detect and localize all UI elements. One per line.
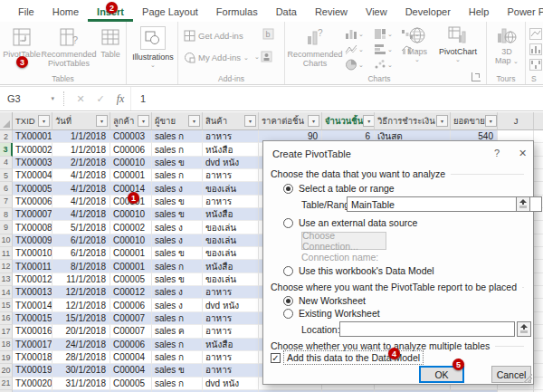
cell-product[interactable]: หนังสือ [203,260,259,272]
radio-new-worksheet[interactable]: New Worksheet [283,295,366,306]
cell-txid[interactable]: TX00008 [13,221,52,234]
treemap-chart-button[interactable]: ⌄ [374,28,393,40]
illustrations-button[interactable]: Illustrations ⌄ [134,26,172,69]
filter-dropdown-icon[interactable]: ▾ [188,115,200,127]
column-header-txid[interactable]: TXID▾ [13,112,52,130]
formula-input[interactable]: 1 [130,87,543,110]
cell-date[interactable]: 20/1/2018 [52,325,110,338]
bing-maps-addin-button[interactable]: b [262,28,274,40]
cell-date[interactable]: 2/1/2018 [52,157,110,169]
filter-dropdown-icon[interactable]: ▾ [436,115,448,127]
tab-view[interactable]: View [357,2,396,22]
cell-txid[interactable]: TX00001 [13,130,52,143]
scatter-chart-button[interactable]: ⌄ [374,59,393,71]
cell-txid[interactable]: TX00020 [13,378,52,390]
row-number[interactable]: 10 [0,234,13,247]
cell-txid[interactable]: TX00005 [13,182,52,195]
cell-customer[interactable]: C00006 [110,339,152,351]
cell-customer[interactable]: C00012 [110,286,152,299]
select-all-corner[interactable] [0,112,13,130]
row-number[interactable]: 18 [0,339,13,351]
recommended-charts-button[interactable]: ? Recommended Charts [288,27,342,69]
cell-product[interactable]: dvd หนัง [203,157,259,169]
cell-seller[interactable]: sales ง [152,299,203,311]
row-number[interactable]: 11 [0,247,13,260]
cell-product[interactable]: ของเล่น [203,221,259,234]
row-number[interactable]: 19 [0,351,13,364]
cell-customer[interactable]: C00004 [110,364,152,377]
column-chart-button[interactable]: ⌄ [345,28,364,40]
cell-date[interactable]: 4/1/2018 [52,182,110,195]
close-icon[interactable]: ✕ [519,148,527,159]
filter-dropdown-icon[interactable]: ▾ [96,115,108,127]
column-header-total[interactable]: ยอดขาย▾ [451,112,498,130]
cell-txid[interactable]: TX00014 [13,299,52,311]
cell-product[interactable]: ของเล่น [203,247,259,260]
column-header-payment[interactable]: วิธีการชำระเงิน▾ [375,112,451,130]
cell-date[interactable]: 6/1/2018 [52,234,110,247]
row-number[interactable]: 7 [0,196,13,208]
cell-product[interactable]: อาหาร [203,325,259,338]
cell-customer[interactable]: C00007 [110,325,152,338]
cell-date[interactable]: 24/1/2018 [52,339,110,351]
help-icon[interactable]: ? [494,148,500,158]
tab-developer[interactable]: Developer [396,2,460,22]
cell-product[interactable]: หนังสือ [203,208,259,221]
cell-date[interactable]: 4/1/2018 [52,196,110,208]
table-range-input[interactable]: MainTable [347,196,542,212]
cell-txid[interactable]: TX00009 [13,234,52,247]
row-number[interactable]: 16 [0,312,13,325]
cell-product[interactable]: ของเล่น [203,234,259,247]
cell-product[interactable]: อาหาร [203,364,259,377]
cell-date[interactable]: 31/1/2018 [52,378,110,390]
cell-txid[interactable]: TX00010 [13,247,52,260]
cancel-entry-icon[interactable]: ✕ [71,93,90,105]
cell-product[interactable]: หนังสือ [203,143,259,156]
cell-product[interactable]: หนังสือ [203,339,259,351]
range-selector-button[interactable] [517,321,531,337]
cell-customer[interactable]: C00005 [110,378,152,390]
cell-date[interactable]: 12/1/2018 [52,286,110,299]
pivotchart-button[interactable]: PivotChart ⌄ [433,26,483,63]
cell-customer[interactable]: C00003 [110,130,152,143]
filter-dropdown-icon[interactable]: ▾ [138,115,149,127]
location-input[interactable] [339,321,515,337]
cell-seller[interactable]: sales ก [152,143,203,156]
cell-date[interactable]: 12/1/2018 [52,299,110,311]
cell-customer[interactable]: C00010 [110,208,152,221]
cell-product[interactable]: อาหาร [203,196,259,208]
cell-date[interactable]: 11/1/2018 [52,273,110,286]
cell-txid[interactable]: TX00019 [13,364,52,377]
row-number[interactable]: 17 [0,325,13,338]
cell-customer[interactable]: C00002 [110,221,152,234]
tab-page-layout[interactable]: Page Layout [133,2,207,22]
insert-function-icon[interactable]: fx [110,92,130,106]
row-number[interactable]: 6 [0,182,13,195]
cell-product[interactable]: dvd หนัง [203,378,259,390]
cell-customer[interactable]: C00010 [110,157,152,169]
cell-product[interactable]: dvd หนัง [203,299,259,311]
radio-existing-worksheet[interactable]: Existing Worksheet [283,308,380,319]
cell-customer[interactable]: C00001 [110,247,152,260]
row-number[interactable]: 13 [0,273,13,286]
row-number[interactable]: 4 [0,157,13,169]
add-data-model-checkbox[interactable]: ✓ [271,353,281,363]
radio-select-table-or-range[interactable]: Select a table or range [283,183,395,194]
cell-date[interactable]: 1/1/2018 [52,130,110,143]
cell-product[interactable]: อาหาร [203,312,259,325]
cell-product[interactable]: ของเล่น [203,273,259,286]
filter-dropdown-icon[interactable]: ▾ [308,115,319,127]
tab-home[interactable]: Home [43,2,88,22]
cell-seller[interactable]: sales ข [152,208,203,221]
column-header-price[interactable]: ราคาต่อชิ้น▾ [259,112,322,130]
row-number[interactable]: 14 [0,286,13,299]
cell-txid[interactable]: TX00004 [13,169,52,182]
enter-entry-icon[interactable]: ✓ [90,93,110,105]
column-header-product[interactable]: สินค้า▾ [203,112,259,130]
cell-txid[interactable]: TX00015 [13,312,52,325]
row-number[interactable]: 3 [0,143,13,156]
cell-customer[interactable]: C00005 [110,273,152,286]
column-header-customer[interactable]: ลูกค้า▾ [110,112,152,130]
cell-seller[interactable]: sales ก [152,260,203,272]
filter-dropdown-icon[interactable]: ▾ [363,115,375,127]
